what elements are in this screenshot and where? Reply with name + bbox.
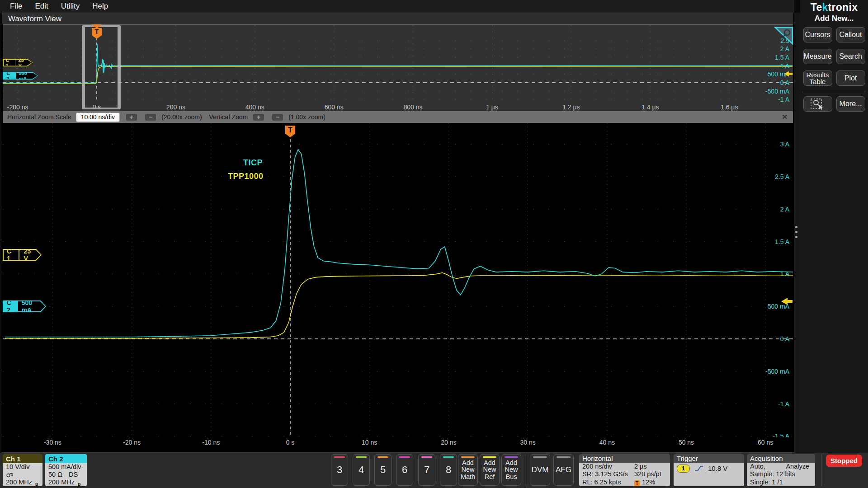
- bandwidth-limit-icon: BW: [78, 483, 81, 486]
- sidebar-button-plot[interactable]: Plot: [836, 70, 865, 86]
- horizontal-value-right: 320 ps/pt: [634, 470, 661, 478]
- trigger-level-value: 10.8 V: [708, 465, 727, 472]
- y-axis-tick-label: 0 A: [780, 335, 789, 343]
- trigger-panel-title: Trigger: [674, 454, 744, 463]
- channel-color-strip: [356, 456, 367, 458]
- page-title: Waveform View: [8, 14, 61, 23]
- sidebar-button-callout[interactable]: Callout: [836, 27, 865, 42]
- y-axis-tick-label: 3 A: [780, 141, 789, 148]
- x-axis-tick-label: 20 ns: [441, 439, 456, 446]
- acquisition-sample: Sample: 12 bits: [750, 470, 812, 478]
- channel-color-strip: [399, 456, 410, 458]
- overview-channel1-badge[interactable]: C 1 25 V: [3, 59, 33, 66]
- menu-item-utility[interactable]: Utility: [61, 2, 80, 11]
- sidebar-button-results-table[interactable]: Results Table: [803, 70, 832, 86]
- add-new-bus-button[interactable]: AddNewBus: [501, 454, 521, 486]
- sidebar-button-measure[interactable]: Measure: [803, 49, 832, 64]
- waveform-trace-c2: [3, 44, 793, 83]
- acquisition-mode: Auto,: [750, 463, 765, 470]
- channel-color-strip: [334, 456, 345, 458]
- main-trigger-level-arrow[interactable]: [780, 297, 793, 306]
- y-axis-tick-label: 0 A: [780, 79, 789, 86]
- menu-item-help[interactable]: Help: [92, 2, 108, 11]
- waveform-view-header: Waveform View: [2, 13, 793, 24]
- splitter-drag-handle[interactable]: [795, 226, 798, 238]
- x-axis-tick-label: -20 ns: [123, 439, 141, 446]
- dvm-button[interactable]: DVM: [530, 454, 550, 486]
- channel2-scale: 500 mA: [18, 301, 45, 311]
- y-axis-tick-label: -500 mA: [765, 368, 789, 375]
- x-axis-tick-label: 1.6 µs: [721, 103, 738, 111]
- bottom-settings-bar: Ch 1 10 V/div 200 MHzBW Ch 2 500 mA/div …: [0, 453, 868, 488]
- horizontal-value-left: SR: 3.125 GS/s: [582, 470, 634, 478]
- vertical-zoom-plus-button[interactable]: +: [253, 114, 264, 121]
- stopped-status-badge[interactable]: Stopped: [826, 455, 862, 467]
- channel-7-button[interactable]: 7: [418, 454, 435, 486]
- acquisition-single: Single: 1 /1: [750, 479, 812, 486]
- channel-3-button[interactable]: 3: [331, 454, 348, 486]
- channel-4-button[interactable]: 4: [353, 454, 370, 486]
- overview-waveform-area[interactable]: C 1 25 V C 2 500 mA 2.52 A1.5 A1 A500 mA…: [3, 24, 793, 102]
- main-channel1-badge[interactable]: C 1 25 V: [3, 249, 42, 261]
- channel-5-button[interactable]: 5: [374, 454, 392, 486]
- overview-zoom-corner-icon[interactable]: [774, 26, 794, 45]
- channel2-coupling: DS: [69, 471, 78, 478]
- overview-trigger-level-arrow[interactable]: [783, 70, 793, 77]
- channel1-bandwidth: 200 MHz: [6, 479, 32, 486]
- channel2-settings-badge[interactable]: Ch 2 500 mA/div 50 ΩDS 200 MHzBW: [45, 454, 87, 486]
- menu-item-file[interactable]: File: [10, 2, 22, 11]
- sidebar-divider: [802, 92, 866, 92]
- zoom-select-tool-button[interactable]: [803, 96, 832, 112]
- horizontal-zoom-scale-label: Horizontal Zoom Scale: [7, 113, 71, 121]
- zoom-window-box[interactable]: [82, 25, 121, 109]
- horizontal-value-right: 2 µs: [634, 463, 647, 470]
- afg-button[interactable]: AFG: [553, 454, 574, 486]
- x-axis-tick-label: -10 ns: [202, 439, 220, 446]
- bottombar-divider: [525, 455, 525, 486]
- trigger-position-arrow[interactable]: [91, 24, 102, 28]
- channel-button-label: 6: [402, 464, 407, 476]
- horizontal-zoom-plus-button[interactable]: +: [126, 114, 137, 121]
- trigger-source-badge: 1: [677, 465, 690, 473]
- vertical-zoom-label: Vertical Zoom: [209, 113, 248, 121]
- horizontal-settings-panel[interactable]: Horizontal 200 ns/div2 µsSR: 3.125 GS/s3…: [579, 454, 670, 486]
- x-axis-tick-label: 1 µs: [486, 103, 498, 111]
- zoom-select-icon: [810, 97, 826, 111]
- horizontal-zoom-scale-input[interactable]: 10.00 ns/div: [76, 113, 120, 122]
- horizontal-row: 200 ns/div2 µs: [582, 463, 667, 470]
- vertical-zoom-minus-button[interactable]: −: [272, 114, 283, 121]
- menu-bar: FileEditUtilityHelp: [0, 0, 794, 13]
- add-new-ref-button[interactable]: AddNewRef: [480, 454, 500, 486]
- probe-icon: [6, 472, 14, 478]
- channel2-name: Ch 2: [45, 454, 87, 463]
- trigger-settings-panel[interactable]: Trigger 1 10.8 V: [674, 454, 744, 486]
- channel-6-button[interactable]: 6: [396, 454, 413, 486]
- sidebar-button-cursors[interactable]: Cursors: [803, 27, 832, 42]
- channel-color-strip: [443, 456, 454, 458]
- add-new-math-button[interactable]: AddNewMath: [458, 454, 478, 486]
- overview-channel2-badge[interactable]: C 2 500 mA: [3, 72, 38, 80]
- main-channel2-badge[interactable]: C 2 500 mA: [3, 300, 46, 312]
- y-axis-tick-label: 1.5 A: [775, 54, 789, 61]
- channel1-settings-badge[interactable]: Ch 1 10 V/div 200 MHzBW: [3, 454, 42, 486]
- horizontal-zoom-minus-button[interactable]: −: [145, 114, 156, 121]
- channel2-scale-setting: 500 mA/div: [48, 463, 87, 471]
- close-zoom-icon[interactable]: ✕: [782, 113, 788, 121]
- acquisition-settings-panel[interactable]: Acquisition Auto, Analyze Sample: 12 bit…: [747, 454, 815, 486]
- x-axis-tick-label: 10 ns: [362, 439, 377, 446]
- y-axis-tick-label: 2.5 A: [775, 173, 789, 180]
- y-axis-tick-label: 1 A: [780, 270, 789, 277]
- main-waveform-area[interactable]: TICPTPP1000 C 1 25 V C 2 500 mA 3 A2.5 A…: [3, 123, 793, 437]
- sidebar-button-search[interactable]: Search: [836, 49, 865, 64]
- horizontal-row: RL: 6.25 kptsT12%: [582, 479, 667, 486]
- channel1-label: C 1: [4, 250, 19, 260]
- horizontal-value-left: 200 ns/div: [582, 463, 634, 470]
- x-axis-tick-label: 1.4 µs: [642, 103, 659, 111]
- channel-8-button[interactable]: 8: [440, 454, 457, 486]
- x-axis-tick-label: 0 s: [286, 439, 295, 446]
- more-button[interactable]: More...: [836, 96, 865, 112]
- waveform-annotation: TICP: [243, 158, 263, 168]
- x-axis-tick-label: -30 ns: [44, 439, 61, 446]
- x-axis-tick-label: 60 ns: [758, 439, 773, 446]
- menu-item-edit[interactable]: Edit: [35, 2, 48, 11]
